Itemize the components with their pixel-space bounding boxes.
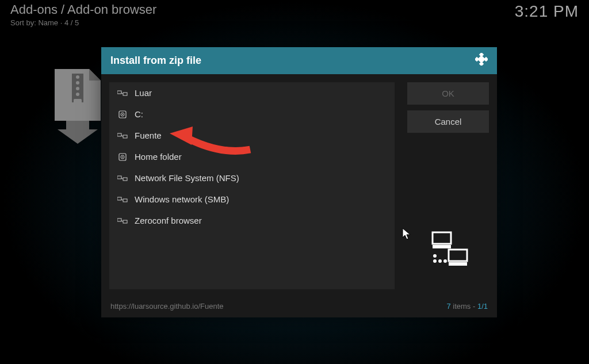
list-item-label: Fuente <box>135 131 162 140</box>
svg-point-1 <box>76 75 79 79</box>
file-source-list[interactable]: Luar C: Fuente Home folder <box>109 82 395 289</box>
svg-point-37 <box>438 259 442 263</box>
list-item-fuente[interactable]: Fuente <box>109 125 395 146</box>
svg-rect-34 <box>449 250 467 261</box>
list-item-luar[interactable]: Luar <box>109 82 395 104</box>
list-item-smb[interactable]: Windows network (SMB) <box>109 189 395 210</box>
network-icon <box>117 174 128 183</box>
svg-point-3 <box>76 87 79 90</box>
clock: 3:21 PM <box>515 2 579 27</box>
svg-rect-10 <box>477 55 485 63</box>
list-item-c-drive[interactable]: C: <box>109 104 395 125</box>
svg-rect-24 <box>123 178 127 181</box>
list-item-nfs[interactable]: Network File System (NFS) <box>109 167 395 189</box>
svg-rect-18 <box>123 135 127 138</box>
svg-point-2 <box>76 81 79 85</box>
svg-rect-26 <box>117 197 121 200</box>
network-icon <box>117 131 128 140</box>
svg-rect-32 <box>433 232 451 244</box>
dialog-footer: https://luarsource.github.io/Fuente 7 it… <box>101 297 497 317</box>
svg-point-16 <box>122 114 123 115</box>
drive-icon <box>117 110 128 119</box>
svg-rect-27 <box>123 199 127 202</box>
preview-pane <box>407 212 489 289</box>
header: Add-ons / Add-on browser Sort by: Name ·… <box>0 0 589 27</box>
list-item-label: Zeroconf browser <box>135 216 202 225</box>
list-item-label: Luar <box>135 88 152 98</box>
network-computers-icon <box>424 230 472 271</box>
item-count: 7 items - 1/1 <box>446 302 488 311</box>
drive-icon <box>117 152 128 162</box>
svg-point-4 <box>76 93 79 96</box>
dialog-title: Install from zip file <box>110 55 201 67</box>
svg-rect-33 <box>433 245 451 248</box>
list-item-label: Network File System (NFS) <box>135 173 239 183</box>
svg-rect-23 <box>117 176 121 179</box>
sort-info: Sort by: Name · 4 / 5 <box>10 18 156 27</box>
svg-point-36 <box>433 259 437 263</box>
svg-point-38 <box>443 259 447 263</box>
svg-rect-11 <box>117 91 121 94</box>
ok-button[interactable]: OK <box>407 82 489 105</box>
zip-file-icon <box>55 69 101 144</box>
network-icon <box>117 195 128 204</box>
cancel-button[interactable]: Cancel <box>407 110 489 133</box>
network-icon <box>117 89 128 98</box>
svg-rect-29 <box>117 219 121 221</box>
svg-point-39 <box>433 254 437 258</box>
list-item-label: Windows network (SMB) <box>135 194 229 204</box>
svg-rect-5 <box>74 99 82 105</box>
svg-rect-35 <box>449 262 467 266</box>
svg-rect-17 <box>117 133 121 136</box>
install-zip-dialog: Install from zip file Luar <box>101 47 497 317</box>
list-item-zeroconf[interactable]: Zeroconf browser <box>109 210 395 231</box>
svg-rect-30 <box>123 220 127 223</box>
list-item-label: Home folder <box>135 152 182 162</box>
source-path: https://luarsource.github.io/Fuente <box>110 302 224 311</box>
svg-point-22 <box>122 156 123 158</box>
breadcrumb: Add-ons / Add-on browser <box>10 2 156 17</box>
list-item-home-folder[interactable]: Home folder <box>109 146 395 167</box>
network-icon <box>117 216 128 225</box>
dialog-title-bar: Install from zip file <box>101 47 497 74</box>
list-item-label: C: <box>135 109 143 119</box>
kodi-logo-icon <box>475 53 488 68</box>
svg-rect-12 <box>123 93 127 95</box>
